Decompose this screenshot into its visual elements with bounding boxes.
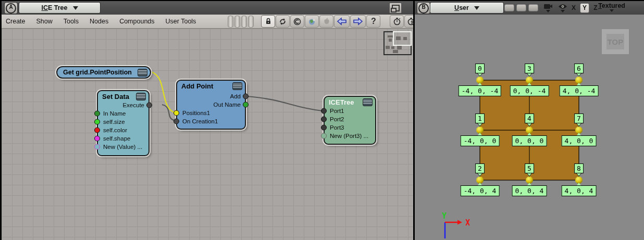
axis-indicator: Y X <box>438 211 474 240</box>
arrow-right-icon <box>353 17 363 26</box>
restore-window-button[interactable] <box>389 3 402 14</box>
port-dot-port1[interactable] <box>321 108 327 114</box>
node-title: Set Data <box>102 93 129 100</box>
node-graph-canvas[interactable]: Get grid.PointPosition Set Data Execute … <box>2 29 413 240</box>
port-row: self.shape <box>98 134 148 143</box>
point-id-tag: 0 <box>475 64 485 73</box>
port-dot-inname[interactable] <box>94 111 100 117</box>
node-menu-icon[interactable] <box>232 82 242 90</box>
node-set-data[interactable]: Set Data Execute In Name self.size self.… <box>97 90 150 156</box>
port-row: Port1 <box>325 107 375 115</box>
point-id-tag: 3 <box>525 64 534 73</box>
visibility-options-button[interactable] <box>558 4 567 12</box>
point-coords-label: 4, 0, -4 <box>560 85 599 96</box>
camera-icon <box>543 3 553 9</box>
camera-selector-dropdown[interactable]: User <box>430 2 504 14</box>
chevron-down-icon <box>546 10 550 12</box>
port-dot-oncreation1[interactable] <box>174 119 179 124</box>
node-icetree[interactable]: ICETree Port1 Port2 Port3 New (Port3) ..… <box>324 96 376 145</box>
menu-nodes[interactable]: Nodes <box>90 18 108 25</box>
point-id-tag: 6 <box>574 64 584 73</box>
port-dot-selfcolor[interactable] <box>94 128 100 133</box>
node-add-point[interactable]: Add Point Add Out Name Positions1 On Cre… <box>176 80 246 130</box>
display-mode-dropdown[interactable]: Textured <box>598 2 625 12</box>
node-menu-icon[interactable] <box>136 93 146 100</box>
lock-button[interactable] <box>261 15 275 28</box>
point-id-tag: 2 <box>475 163 485 173</box>
memo-cam-button-3[interactable] <box>528 4 538 11</box>
camera-selector-label: U <box>454 4 459 11</box>
viewport-3d[interactable]: TOP 0-4, 0, -4 1-4, 0, 0 2-4, 0, 4 30, 0… <box>415 15 644 240</box>
port-dot-positions1[interactable] <box>174 110 179 116</box>
help-icon: ? <box>371 17 376 26</box>
port-row: New (Value) ... <box>98 143 148 151</box>
minimap-view-frame[interactable] <box>393 31 412 46</box>
node-title: Add Point <box>181 82 213 90</box>
point-id-tag: 5 <box>525 163 534 173</box>
port-dot-selfshape[interactable] <box>94 136 100 142</box>
refresh-icon <box>279 18 287 26</box>
port-dot-selfsize[interactable] <box>94 119 100 125</box>
port-dot-outname[interactable] <box>243 102 249 108</box>
point-id-tag: 4 <box>525 113 534 123</box>
axis-y-button[interactable]: Y <box>580 3 589 13</box>
point-coords-label: -4, 0, 4 <box>461 185 500 196</box>
snapshot-button[interactable] <box>305 15 319 28</box>
graph-navigator-minimap[interactable] <box>383 31 412 55</box>
node-menu-icon[interactable] <box>138 69 147 77</box>
arrow-left-icon <box>337 17 347 26</box>
viewport-header-icons: X Y Z <box>504 1 600 15</box>
node-title: ICETree <box>329 98 354 106</box>
axis-y-glyph: Y <box>442 211 447 221</box>
timer-icon <box>393 17 401 26</box>
copyright-button[interactable] <box>290 15 304 28</box>
point-id-tag: 7 <box>574 113 584 123</box>
camera-options-button[interactable] <box>543 3 553 12</box>
memo-cam-button-1[interactable] <box>504 4 514 11</box>
port-dot-newvalue[interactable] <box>94 144 100 150</box>
port-row: Positions1 <box>177 109 245 117</box>
node-title: Get grid.PointPosition <box>63 69 132 76</box>
menu-show[interactable]: Show <box>36 18 53 25</box>
axis-x-arrow <box>457 220 462 225</box>
help-button[interactable]: ? <box>366 15 380 28</box>
axis-x-button[interactable]: X <box>569 4 578 12</box>
apple-icon <box>323 18 330 25</box>
port-dot-execute[interactable] <box>146 103 152 108</box>
menu-compounds[interactable]: Compounds <box>119 18 154 25</box>
refresh-button[interactable] <box>276 15 290 28</box>
point-coords-label: -4, 0, -4 <box>459 85 501 96</box>
memo-cam-button-2[interactable] <box>516 4 526 11</box>
menu-create[interactable]: Create <box>6 18 26 25</box>
port-row: On Creation1 <box>177 117 245 125</box>
nav-back-button[interactable] <box>334 15 350 28</box>
chevron-down-icon <box>474 6 479 10</box>
torn-screenshot-wrap: A ICE Tree Create Show Tools Nodes Compo… <box>0 0 644 240</box>
point-coords-label: 4, 0, 4 <box>562 185 597 196</box>
apple-button[interactable] <box>319 15 333 28</box>
point-coords-label: 0, 0, 0 <box>512 135 547 146</box>
ice-tree-panel: A ICE Tree Create Show Tools Nodes Compo… <box>0 0 413 240</box>
port-dot-port3[interactable] <box>321 125 327 131</box>
node-menu-icon[interactable] <box>363 98 373 106</box>
wire-positions <box>151 72 174 112</box>
restore-icon <box>392 5 400 11</box>
port-dot-add[interactable] <box>243 94 249 99</box>
view-selector-label: IC <box>41 4 48 11</box>
port-dot-newport[interactable] <box>321 133 327 139</box>
menu-tools[interactable]: Tools <box>64 18 79 25</box>
nav-forward-button[interactable] <box>350 15 366 28</box>
panel-b-badge[interactable]: B <box>417 2 430 14</box>
node-get-pointposition[interactable]: Get grid.PointPosition <box>56 66 151 79</box>
port-dot-port2[interactable] <box>321 117 327 122</box>
view-selector-dropdown[interactable]: ICE Tree <box>19 2 101 14</box>
port-row: self.size <box>98 118 148 126</box>
viewport-panel: B User X Y Z <box>413 0 644 240</box>
point-id-tag: 1 <box>475 113 485 123</box>
menu-user-tools[interactable]: User Tools <box>166 18 196 25</box>
wire-add-port1 <box>246 96 323 111</box>
timer-button[interactable] <box>390 15 404 28</box>
panel-a-badge[interactable]: A <box>4 2 18 14</box>
point-coords-label: 4, 0, 0 <box>562 135 597 146</box>
port-row: Execute <box>98 101 148 109</box>
